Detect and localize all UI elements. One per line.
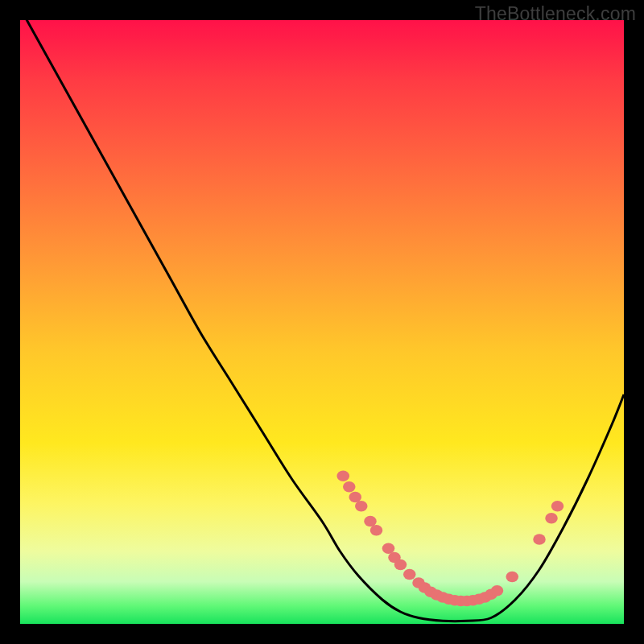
data-dot (336, 471, 349, 482)
data-dot (370, 525, 383, 536)
data-dot (533, 534, 546, 545)
data-dot (394, 559, 407, 571)
data-dot (545, 513, 558, 524)
watermark-text: TheBottleneck.com (475, 3, 636, 25)
data-dot (343, 481, 356, 493)
data-dot (551, 501, 564, 512)
curve-dots (336, 471, 564, 607)
data-dot (403, 569, 416, 580)
data-dot (364, 516, 377, 527)
data-dot (349, 492, 361, 503)
bottleneck-curve (20, 20, 624, 621)
data-dot (382, 543, 395, 555)
chart-stage: TheBottleneck.com (0, 0, 644, 644)
data-dot (491, 585, 504, 597)
curve-layer (20, 20, 624, 624)
data-dot (506, 572, 518, 583)
data-dot (355, 501, 368, 512)
